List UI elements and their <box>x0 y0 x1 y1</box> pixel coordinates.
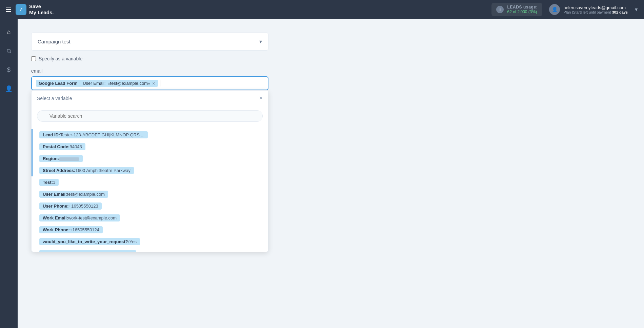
variable-list-item[interactable]: Street Address: 1600 Amphitheatre Parkwa… <box>32 165 268 176</box>
user-email: helen.savemyleads@gmail.com <box>563 5 628 10</box>
user-info: helen.savemyleads@gmail.com Plan |Start|… <box>563 5 628 14</box>
variable-selector: Select a variable × 🔍 Lead ID: Tester-12… <box>31 90 268 252</box>
campaign-dropdown[interactable]: Campaign test ▾ <box>31 33 268 51</box>
app-header: ☰ ✓ Save My Leads. i LEADS usage: 62 of … <box>0 0 644 19</box>
variable-list-item[interactable]: Work Phone: +16505550124 <box>32 224 268 236</box>
leads-count: 62 of 2'000 (3%) <box>507 9 538 14</box>
specify-variable-label[interactable]: Specify as a variable <box>39 56 82 61</box>
specify-variable-checkbox[interactable] <box>31 56 36 61</box>
variable-list-item[interactable]: would_you_like_to_write_your_request?: Y… <box>32 236 268 248</box>
campaign-dropdown-text: Campaign test <box>38 39 71 44</box>
variable-list-item[interactable]: User Email: test@example.com <box>32 188 268 200</box>
email-input-container[interactable]: Google Lead Form | User Email: «test@exa… <box>31 76 268 90</box>
variable-list-item[interactable]: User Phone: +16505550123 <box>32 200 268 212</box>
sidebar-item-home[interactable]: ⌂ <box>3 26 15 38</box>
variable-list-item[interactable]: Test: 1 <box>32 176 268 188</box>
logo-text: Save My Leads. <box>29 3 54 16</box>
variable-selector-close-icon[interactable]: × <box>259 95 263 102</box>
tag-field: User Email: <box>83 81 105 86</box>
email-variable-tag[interactable]: Google Lead Form | User Email: «test@exa… <box>36 80 158 87</box>
user-menu-chevron-icon[interactable]: ▼ <box>634 7 639 12</box>
sidebar: ⌂ ⧉ $ 👤 <box>0 19 18 328</box>
variable-list: Lead ID: Tester-123-ABCDEF GHIjKLMNOP QR… <box>32 126 268 252</box>
sidebar-item-connections[interactable]: ⧉ <box>3 45 15 57</box>
app-body: ⌂ ⧉ $ 👤 Campaign test ▾ Specify as a var… <box>0 19 644 328</box>
variable-list-item[interactable]: Region: <box>32 153 268 165</box>
search-wrap: 🔍 <box>37 110 263 122</box>
user-plan: Plan |Start| left until payment 302 days <box>563 10 628 14</box>
tag-source: Google Lead Form <box>39 81 78 86</box>
content-area: Campaign test ▾ Specify as a variable em… <box>31 33 336 252</box>
sidebar-item-profile[interactable]: 👤 <box>3 83 15 95</box>
menu-icon[interactable]: ☰ <box>5 5 12 14</box>
logo-icon: ✓ <box>16 4 26 15</box>
variable-list-item[interactable]: would_you_recommend_this_service?: Yes <box>32 248 268 252</box>
variable-selector-header: Select a variable × <box>32 91 268 106</box>
avatar: 👤 <box>549 4 560 15</box>
main-content: Campaign test ▾ Specify as a variable em… <box>18 19 644 328</box>
tag-remove-icon[interactable]: × <box>152 81 155 86</box>
leads-info-icon: i <box>496 6 504 13</box>
user-section: 👤 helen.savemyleads@gmail.com Plan |Star… <box>549 4 639 15</box>
variable-search-input[interactable] <box>37 110 263 122</box>
text-cursor <box>161 80 161 86</box>
tag-value: «test@example.com» <box>107 81 150 86</box>
tag-separator: | <box>80 81 81 86</box>
variable-list-item[interactable]: Postal Code: 94043 <box>32 141 268 153</box>
sidebar-item-billing[interactable]: $ <box>3 64 15 76</box>
variable-list-item[interactable]: Work Email: work-test@example.com <box>32 212 268 224</box>
variable-search-box: 🔍 <box>32 106 268 126</box>
email-field-label: email <box>31 68 336 74</box>
logo: ✓ Save My Leads. <box>16 3 54 16</box>
variable-list-item[interactable]: Lead ID: Tester-123-ABCDEF GHIjKLMNOP QR… <box>32 129 268 141</box>
variable-selector-title: Select a variable <box>37 96 72 101</box>
campaign-dropdown-arrow-icon: ▾ <box>259 38 262 45</box>
leads-label: LEADS usage: <box>507 5 538 9</box>
leads-text: LEADS usage: 62 of 2'000 (3%) <box>507 5 538 14</box>
leads-usage: i LEADS usage: 62 of 2'000 (3%) <box>491 3 542 16</box>
specify-variable-row: Specify as a variable <box>31 56 336 61</box>
